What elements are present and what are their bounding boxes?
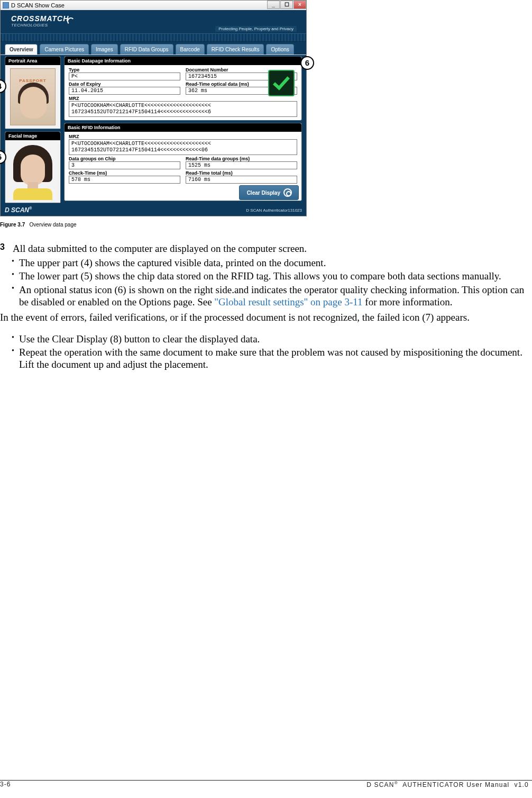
rfid-mrz-box: P<UTOCOOKHAM<<CHARLOTTE<<<<<<<<<<<<<<<<<… [69, 139, 297, 155]
facial-image [9, 143, 57, 200]
datapage-header: Basic Datapage Information [65, 57, 301, 65]
bullet-status-icon: An optional status icon (6) is shown on … [12, 284, 531, 308]
dscan-logo: D SCAN® [5, 206, 32, 214]
rttotal-label: Read-Time total (ms) [186, 170, 297, 176]
portrait-header: Portrait Area [5, 57, 60, 65]
check-value: 578 ms [69, 176, 180, 184]
expiry-value: 11.04.2015 [69, 87, 180, 95]
expiry-label: Date of Expiry [69, 81, 180, 87]
figure-caption: Figure 3.7 Overview data page [0, 222, 532, 228]
step-3-bullets: The upper part (4) shows the captured vi… [12, 257, 531, 308]
brand-logo: CROSSMATCH TECHNOLOGIES [11, 14, 69, 28]
tab-overview[interactable]: Overview [5, 44, 38, 55]
app-footer: D SCAN® D SCAN Authenticator131023 [1, 205, 306, 216]
footer-manual-title: D SCAN® AUTHENTICATOR User Manual v1.0 [366, 781, 529, 788]
link-global-result-settings[interactable]: "Global result settings" on page 3-11 [214, 296, 362, 307]
minimize-button[interactable]: _ [267, 1, 280, 9]
dscan-r: ® [29, 206, 32, 210]
clear-icon [283, 188, 292, 197]
tab-rfid-check-results[interactable]: RFID Check Results [207, 44, 264, 55]
passport-portrait: PASSPORT [10, 68, 56, 125]
rfid-mrz-label: MRZ [69, 134, 297, 139]
app-screenshot: D SCAN Show Case _ ☐ × CROSSMATCH TECHNO… [0, 0, 307, 216]
facial-shirt [13, 188, 52, 200]
tab-options[interactable]: Options [266, 44, 293, 55]
authenticator-version: D SCAN Authenticator131023 [246, 208, 302, 213]
brand-name: CROSSMATCH [11, 14, 69, 23]
maximize-button[interactable]: ☐ [280, 1, 293, 9]
clear-label: Clear Display [247, 190, 280, 196]
datapage-panel: Basic Datapage Information TypeP< Docume… [64, 56, 302, 121]
rtdg-value: 1525 ms [186, 161, 297, 169]
dp-mrz-box: P<UTOCOOKHAM<<CHARLOTTE<<<<<<<<<<<<<<<<<… [69, 101, 297, 117]
rfid-fields: MRZ P<UTOCOOKHAM<<CHARLOTTE<<<<<<<<<<<<<… [65, 132, 301, 187]
tab-barcode[interactable]: Barcode [176, 44, 205, 55]
type-label: Type [69, 67, 180, 72]
facial-face [21, 155, 45, 185]
rtdg-label: Read-Time data groups (ms) [186, 156, 297, 161]
facial-header: Facial Image [5, 132, 60, 140]
document-content: 3 All data submitted to the computer are… [0, 242, 532, 371]
brand-sub: TECHNOLOGIES [11, 23, 69, 28]
tab-camera-pictures[interactable]: Camera Pictures [40, 44, 88, 55]
b3-text-b: for more information. [363, 296, 453, 307]
datapage-fields: TypeP< Document Number167234515 Date of … [65, 65, 301, 120]
step-3-text: All data submitted to the computer are d… [13, 242, 307, 255]
rttotal-value: 7160 ms [186, 176, 297, 184]
portrait-area: PASSPORT [5, 65, 60, 129]
dg-label: Data groups on Chip [69, 156, 180, 161]
stripe-divider [1, 33, 306, 42]
callout-6: 6 [300, 56, 314, 70]
figure-text: Overview data page [30, 222, 77, 228]
page-footer: 3-6 D SCAN® AUTHENTICATOR User Manual v1… [0, 780, 532, 788]
window-title: D SCAN Show Case [11, 2, 65, 8]
type-value: P< [69, 72, 180, 80]
page-number: 3-6 [0, 781, 11, 788]
app-icon [3, 2, 9, 8]
overview-page: Portrait Area PASSPORT Facial Image [1, 55, 306, 205]
check-label: Check-Time (ms) [69, 170, 180, 176]
portrait-face [20, 87, 47, 119]
step-3-num: 3 [0, 242, 7, 255]
figure-label: Figure 3.7 [0, 222, 25, 228]
dg-value: 3 [69, 161, 180, 169]
status-icon [268, 70, 295, 96]
dscan-logo-text: D SCAN [5, 206, 29, 214]
bullet-clear-display: Use the Clear Display (8) button to clea… [12, 333, 531, 345]
facial-panel: Facial Image [5, 131, 61, 203]
dp-mrz-label: MRZ [69, 96, 297, 101]
checkmark-icon [273, 72, 290, 90]
bullet-repeat: Repeat the operation with the same docum… [12, 346, 531, 370]
rfid-header: Basic RFID Information [65, 123, 301, 132]
app-window: D SCAN Show Case _ ☐ × CROSSMATCH TECHNO… [0, 0, 307, 216]
titlebar: D SCAN Show Case _ ☐ × [1, 1, 306, 10]
bullet-upper-part: The upper part (4) shows the captured vi… [12, 257, 531, 269]
step-3: 3 All data submitted to the computer are… [0, 242, 531, 255]
left-column: Portrait Area PASSPORT Facial Image [5, 56, 61, 203]
tab-bar: Overview Camera Pictures Images RFID Dat… [1, 42, 306, 55]
bullet-lower-part: The lower part (5) shows the chip data s… [12, 270, 531, 282]
dp-mrz-line1: P<UTOCOOKHAM<<CHARLOTTE<<<<<<<<<<<<<<<<<… [71, 103, 295, 109]
window-buttons: _ ☐ × [267, 1, 306, 9]
right-column: Basic Datapage Information TypeP< Docume… [64, 56, 302, 203]
portrait-panel: Portrait Area PASSPORT [5, 56, 61, 129]
brand-swoosh-icon [67, 17, 75, 25]
brand-banner: CROSSMATCH TECHNOLOGIES Protecting Peopl… [1, 10, 306, 33]
clear-display-button[interactable]: Clear Display [239, 185, 299, 200]
tab-rfid-data-groups[interactable]: RFID Data Groups [120, 44, 173, 55]
dp-mrz-line2: 1672345152UTO7212147F1504114<<<<<<<<<<<<… [71, 109, 295, 115]
error-paragraph: In the event of errors, failed verificat… [0, 311, 531, 323]
close-button[interactable]: × [293, 1, 306, 9]
facial-area [5, 140, 60, 203]
rfid-mrz-line1: P<UTOCOOKHAM<<CHARLOTTE<<<<<<<<<<<<<<<<<… [71, 141, 295, 147]
tab-images[interactable]: Images [91, 44, 118, 55]
tagline: Protecting People, Property and Privacy [215, 26, 297, 32]
error-bullets: Use the Clear Display (8) button to clea… [12, 333, 531, 371]
rfid-mrz-line2: 1672345152UTO7212147F1504114<<<<<<<<<<<<… [71, 147, 295, 153]
